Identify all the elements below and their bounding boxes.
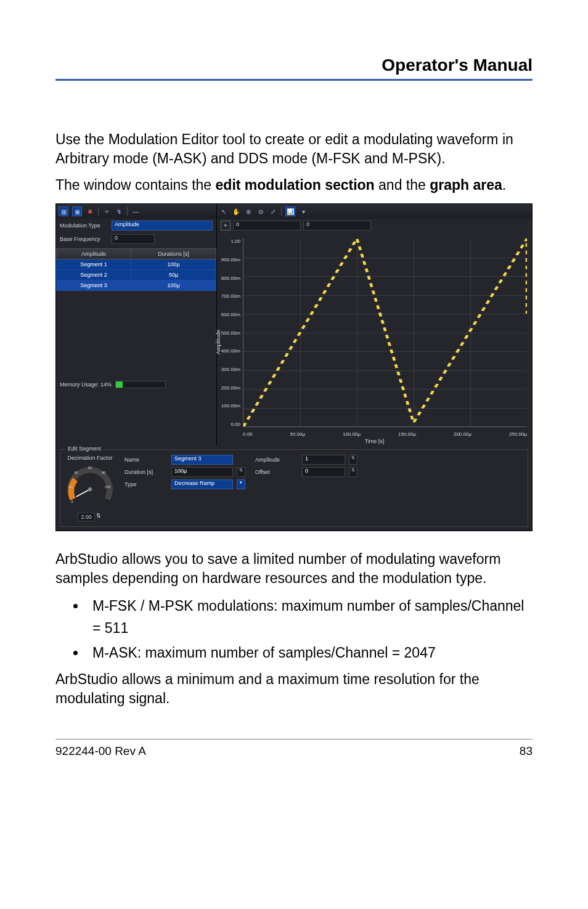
seg-name: Segment 2 [57, 270, 131, 280]
base-frequency-input[interactable]: 0 [112, 234, 155, 244]
bullet-list: M-FSK / M-PSK modulations: maximum numbe… [86, 595, 533, 664]
plot-area [243, 238, 527, 427]
x-axis-label: Time [s] [365, 438, 385, 444]
y-tick: 400.00m [218, 348, 240, 354]
name-label: Name [125, 457, 168, 463]
amplitude-label: Amplitude [255, 457, 298, 463]
y-tick: 900.00m [218, 257, 240, 263]
offset-spinner[interactable]: ⇅ [349, 467, 357, 477]
sparkle-icon[interactable]: ✧ [102, 207, 111, 216]
offset-label: Offset [255, 469, 298, 475]
svg-text:0: 0 [71, 500, 73, 503]
x-tick: 0.00 [243, 431, 253, 437]
col-amplitude[interactable]: Amplitude [57, 249, 131, 259]
separator [281, 207, 282, 216]
y-tick: 700.00m [218, 293, 240, 299]
delete-icon[interactable]: ✖ [86, 207, 94, 216]
modulation-type-label: Modulation Type [60, 222, 109, 229]
right-toolbar: ↖ ✋ ⊕ ⊖ ⤢ 📊 ▾ [217, 204, 532, 219]
seg-name: Segment 3 [57, 280, 131, 291]
y-tick: 500.00m [218, 330, 240, 336]
type-dropdown-icon[interactable]: ▾ [237, 479, 245, 489]
modulation-editor-screenshot: ▦ ▣ ✖ ✧ ↯ — Modulation Type Amplitude Ba… [55, 203, 533, 531]
svg-text:20: 20 [68, 485, 72, 489]
list-item: M-FSK / M-PSK modulations: maximum numbe… [86, 595, 533, 639]
seg-dur: 100µ [131, 280, 216, 291]
name-input[interactable]: Segment 3 [171, 455, 233, 465]
coord-y-input[interactable]: 0 [303, 221, 371, 230]
decimation-gauge[interactable]: 0 20 40 60 80 100 [65, 462, 115, 512]
type-label: Type [125, 481, 168, 487]
duration-input[interactable]: 100µ [171, 467, 233, 477]
seg-dur: 100µ [131, 259, 216, 270]
paragraph-3: ArbStudio allows you to save a limited n… [55, 550, 533, 588]
svg-text:80: 80 [102, 471, 105, 475]
footer-page-number: 83 [520, 744, 533, 758]
table-row[interactable]: Segment 3 100µ [57, 280, 216, 291]
fit-icon[interactable]: ⤢ [269, 207, 277, 216]
wand-icon[interactable]: ↯ [115, 207, 123, 216]
new-icon[interactable]: ▦ [59, 206, 68, 216]
paragraph-2: The window contains the edit modulation … [55, 176, 533, 195]
separator [127, 207, 128, 216]
edit-segment-panel: Edit Segment Decimation Factor 0 20 40 6… [60, 449, 528, 527]
page-footer: 922244-00 Rev A 83 [55, 739, 533, 758]
x-tick: 150.00µ [398, 431, 416, 437]
p2-d: graph area [430, 177, 502, 193]
gauge-value-input[interactable]: 2.00 [78, 513, 95, 521]
duration-label: Duration [s] [125, 469, 168, 475]
offset-input[interactable]: 0 [302, 467, 345, 477]
seg-name: Segment 1 [57, 259, 131, 270]
dropdown-icon[interactable]: ▾ [299, 207, 308, 216]
zoom-out-icon[interactable]: ⊖ [256, 207, 265, 216]
y-tick: 300.00m [218, 367, 240, 372]
y-tick: 100.00m [218, 403, 240, 409]
y-tick: 1.00 [218, 238, 240, 244]
type-select[interactable]: Decrease Ramp [171, 479, 233, 489]
chart-mode-icon[interactable]: 📊 [285, 206, 295, 216]
modulation-type-select[interactable]: Amplitude [112, 221, 213, 230]
coord-x-input[interactable]: 0 [233, 221, 301, 230]
table-row[interactable]: Segment 1 100µ [57, 259, 216, 270]
table-row[interactable]: Segment 2 50µ [57, 270, 216, 280]
paragraph-4: ArbStudio allows a minimum and a maximum… [55, 670, 533, 708]
duration-spinner[interactable]: ⇅ [237, 467, 245, 477]
edit-segment-title: Edit Segment [65, 446, 104, 452]
amplitude-spinner[interactable]: ⇅ [349, 455, 357, 465]
decimation-factor-label: Decimation Factor [67, 455, 112, 461]
x-axis: 0.00 50.00µ 100.00µ 150.00µ 200.00µ 250.… [243, 431, 527, 437]
y-tick: 0.00 [218, 422, 240, 427]
graph-panel: ↖ ✋ ⊕ ⊖ ⤢ 📊 ▾ ⌖ 0 0 Amplitude [217, 204, 532, 446]
gauge-spinner[interactable]: ⇅ [96, 513, 102, 521]
memory-usage-label: Memory Usage: 14% [60, 381, 112, 388]
svg-text:60: 60 [88, 466, 92, 470]
p2-e: . [502, 177, 506, 193]
amplitude-input[interactable]: 1 [302, 455, 345, 465]
minus-icon[interactable]: — [131, 207, 140, 216]
graph-area[interactable]: Amplitude 1.00 900.00m 800.00m 700.00m 6… [217, 232, 532, 446]
svg-text:40: 40 [74, 471, 78, 475]
x-tick: 100.00µ [343, 431, 361, 437]
col-durations[interactable]: Durations [s] [131, 249, 216, 259]
y-axis: 1.00 900.00m 800.00m 700.00m 600.00m 500… [218, 238, 240, 427]
separator [98, 207, 99, 216]
crosshair-icon[interactable]: ⌖ [221, 221, 231, 230]
edit-modulation-panel: ▦ ▣ ✖ ✧ ↯ — Modulation Type Amplitude Ba… [56, 204, 217, 446]
waveform-trace [243, 238, 527, 426]
hand-icon[interactable]: ✋ [232, 207, 240, 216]
left-toolbar: ▦ ▣ ✖ ✧ ↯ — [56, 204, 216, 219]
p2-b: edit modulation section [216, 177, 375, 193]
p2-a: The window contains the [55, 177, 216, 193]
zoom-in-icon[interactable]: ⊕ [244, 207, 253, 216]
memory-usage-bar [115, 381, 166, 388]
p2-c: and the [375, 177, 430, 193]
svg-line-0 [76, 489, 90, 497]
page-header: Operator's Manual [55, 55, 533, 81]
base-frequency-label: Base Frequency [60, 236, 109, 242]
copy-icon[interactable]: ▣ [72, 206, 82, 216]
y-tick: 800.00m [218, 275, 240, 281]
y-tick: 600.00m [218, 312, 240, 317]
paragraph-1: Use the Modulation Editor tool to create… [55, 130, 533, 168]
pointer-icon[interactable]: ↖ [219, 207, 228, 216]
footer-revision: 922244-00 Rev A [55, 744, 146, 758]
